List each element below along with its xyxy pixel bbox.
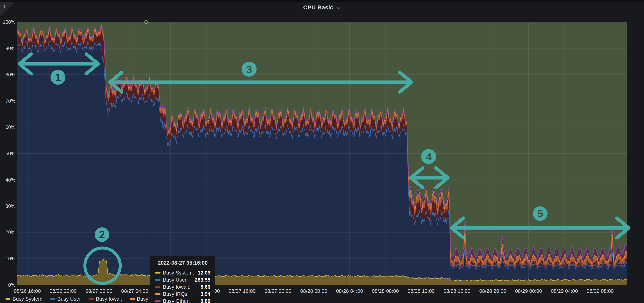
chart-legend: Busy SystemBusy UserBusy IowaitBusy IRQs [6, 296, 161, 302]
tooltip-series-swatch-icon [155, 272, 160, 274]
tooltip-row: Busy Iowait:8.66 [155, 283, 210, 290]
tooltip-row: Busy User:283.55 [155, 276, 210, 283]
legend-swatch-icon [50, 298, 55, 300]
tooltip-series-swatch-icon [155, 279, 160, 280]
legend-item[interactable]: Busy User [50, 296, 81, 302]
tooltip-series-value: 12.09 [198, 270, 210, 276]
tooltip-series-label: Busy System: [163, 270, 194, 276]
tooltip-series-label: Busy User: [163, 277, 188, 283]
tooltip-row: Busy IRQs:3.94 [155, 290, 210, 298]
tooltip-series-swatch-icon [155, 300, 160, 302]
tooltip-series-label: Busy Iowait: [163, 284, 190, 290]
legend-item[interactable]: Busy System [6, 296, 42, 302]
tooltip-series-value: 0.80 [200, 298, 210, 303]
tooltip-series-swatch-icon [155, 293, 160, 295]
chart-tooltip: 2022-08-27 05:16:00 Busy System:12.09Bus… [150, 256, 215, 303]
legend-swatch-icon [89, 298, 94, 300]
info-icon[interactable]: i [3, 3, 5, 9]
tooltip-series-swatch-icon [155, 286, 160, 288]
panel-header: CPU Basic [0, 2, 644, 13]
tooltip-series-value: 283.55 [195, 277, 210, 283]
tooltip-timestamp: 2022-08-27 05:16:00 [155, 260, 210, 266]
tooltip-row: Busy Other:0.80 [155, 298, 210, 303]
chevron-down-icon[interactable] [336, 7, 341, 10]
legend-label: Busy User [57, 296, 81, 302]
tooltip-rows: Busy System:12.09Busy User:283.55Busy Io… [155, 269, 210, 303]
tooltip-series-label: Busy Other: [163, 298, 190, 303]
legend-label: Busy System [12, 296, 42, 302]
legend-swatch-icon [130, 298, 135, 300]
tooltip-series-value: 3.94 [200, 291, 210, 297]
panel-title[interactable]: CPU Basic [303, 4, 334, 11]
tooltip-series-label: Busy IRQs: [163, 291, 188, 297]
tooltip-row: Busy System:12.09 [155, 269, 210, 276]
legend-label: Busy Iowait [96, 296, 122, 302]
panel-info-corner[interactable] [0, 2, 14, 16]
cpu-usage-chart[interactable] [0, 0, 644, 303]
legend-swatch-icon [6, 298, 10, 300]
window-top-strip [0, 0, 644, 2]
tooltip-series-value: 8.66 [200, 284, 210, 290]
legend-item[interactable]: Busy Iowait [89, 296, 122, 302]
